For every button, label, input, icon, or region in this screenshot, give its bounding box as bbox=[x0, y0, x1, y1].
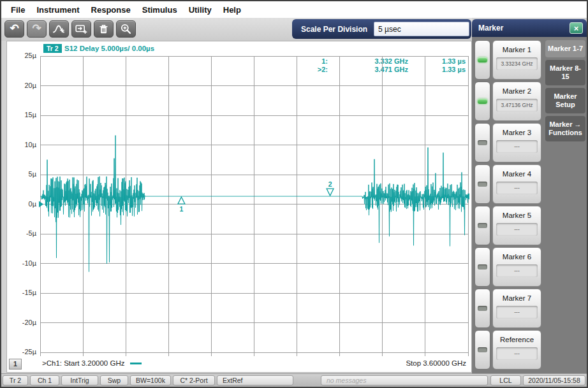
marker-button-label: Marker 7 bbox=[503, 294, 531, 302]
marker-row: Marker 6 --- bbox=[474, 247, 541, 287]
reference-level-arrow-icon bbox=[39, 201, 43, 208]
delete-button[interactable] bbox=[94, 20, 114, 38]
close-icon: × bbox=[574, 24, 579, 33]
marker-tab-functions[interactable]: Marker → Functions bbox=[545, 116, 585, 141]
y-axis-label: -20µ bbox=[7, 319, 36, 326]
y-axis-label: 15µ bbox=[7, 111, 36, 119]
marker-button-label: Reference bbox=[500, 336, 534, 343]
marker-toggle[interactable] bbox=[474, 289, 490, 328]
marker-row: Reference --- bbox=[474, 330, 541, 370]
status-message: no messages bbox=[321, 375, 488, 385]
menu-file[interactable]: File bbox=[5, 5, 31, 15]
marker-tab-8-15[interactable]: Marker 8-15 bbox=[545, 60, 585, 85]
menu-help[interactable]: Help bbox=[217, 5, 247, 15]
toolbar-buttons: ↶ ↷ bbox=[4, 20, 136, 38]
add-marker-icon bbox=[53, 24, 65, 34]
marker-panel: Marker × Marker 1 3.33234 GHz Marker 2 bbox=[472, 18, 587, 373]
menu-instrument[interactable]: Instrument bbox=[31, 5, 85, 15]
y-axis-label: 10µ bbox=[7, 141, 36, 148]
status-channel: Ch 1 bbox=[30, 375, 59, 385]
marker-4-button[interactable]: Marker 4 --- bbox=[492, 164, 541, 204]
led-indicator-icon bbox=[478, 99, 487, 104]
marker-button-label: Marker 4 bbox=[503, 170, 531, 178]
status-bandwidth: BW=100k bbox=[130, 375, 171, 385]
x-axis-ticks bbox=[40, 352, 468, 356]
marker-rows: Marker 1 3.33234 GHz Marker 2 3.47136 GH… bbox=[474, 40, 541, 371]
redo-icon: ↷ bbox=[32, 23, 41, 34]
trace-marker-2[interactable] bbox=[327, 189, 334, 196]
menu-stimulus[interactable]: Stimulus bbox=[136, 5, 183, 15]
undo-icon: ↶ bbox=[10, 23, 18, 34]
marker-button-value: --- bbox=[496, 306, 538, 319]
reference-marker-button[interactable]: Reference --- bbox=[492, 330, 541, 370]
menu-utility[interactable]: Utility bbox=[183, 5, 217, 15]
marker-3-button[interactable]: Marker 3 --- bbox=[492, 123, 541, 162]
marker-2-button[interactable]: Marker 2 3.47136 GHz bbox=[492, 82, 541, 121]
y-axis-label: -25µ bbox=[7, 348, 36, 356]
status-bar: Tr 2 Ch 1 IntTrig Swp BW=100k C* 2-Port … bbox=[1, 373, 587, 387]
marker-toggle[interactable] bbox=[474, 164, 490, 204]
screen-capture-button[interactable] bbox=[71, 20, 91, 38]
plot-canvas[interactable]: 12 bbox=[7, 41, 471, 372]
marker-1-button[interactable]: Marker 1 3.33234 GHz bbox=[492, 40, 541, 80]
redo-button[interactable]: ↷ bbox=[27, 20, 47, 38]
marker-toggle[interactable] bbox=[474, 247, 490, 287]
marker-row: Marker 2 3.47136 GHz bbox=[474, 82, 541, 121]
marker-7-button[interactable]: Marker 7 --- bbox=[492, 289, 541, 328]
trace-marker-1[interactable] bbox=[178, 197, 185, 204]
led-indicator-icon bbox=[478, 57, 487, 62]
marker-5-button[interactable]: Marker 5 --- bbox=[492, 206, 541, 245]
screen-capture-icon bbox=[75, 24, 87, 34]
marker-row: Marker 5 --- bbox=[474, 206, 541, 245]
zoom-in-icon bbox=[121, 24, 131, 34]
marker-button-label: Marker 2 bbox=[503, 87, 531, 95]
status-datetime: 2020/11/05-15:58 bbox=[523, 375, 585, 385]
led-indicator-icon bbox=[478, 182, 487, 187]
zoom-in-button[interactable] bbox=[116, 20, 136, 38]
led-indicator-icon bbox=[478, 347, 487, 352]
marker-button-value: 3.33234 GHz bbox=[496, 57, 538, 70]
marker-button-value: --- bbox=[496, 347, 538, 360]
y-axis-label: 25µ bbox=[7, 52, 36, 59]
status-trigger: IntTrig bbox=[61, 375, 98, 385]
close-button[interactable]: × bbox=[570, 22, 583, 34]
marker-row: Marker 3 --- bbox=[474, 123, 541, 162]
y-axis-label: 20µ bbox=[7, 82, 36, 89]
led-indicator-icon bbox=[478, 140, 487, 145]
status-cal: C* 2-Port bbox=[173, 375, 215, 385]
scale-per-division-bar: Scale Per Division bbox=[292, 19, 471, 39]
led-indicator-icon bbox=[478, 264, 487, 269]
marker-button-value: --- bbox=[496, 264, 538, 277]
marker-button-label: Marker 3 bbox=[503, 129, 531, 136]
marker-tab-1-7[interactable]: Marker 1-7 bbox=[545, 40, 585, 57]
undo-button[interactable]: ↶ bbox=[4, 20, 24, 38]
y-axis-label: 5µ bbox=[7, 170, 36, 178]
marker-button-value: 3.47136 GHz bbox=[496, 99, 538, 111]
marker-button-label: Marker 5 bbox=[503, 212, 531, 219]
marker-toggle[interactable] bbox=[474, 330, 490, 370]
marker-row: Marker 1 3.33234 GHz bbox=[474, 40, 541, 80]
marker-panel-title: Marker bbox=[478, 24, 503, 32]
add-marker-button[interactable] bbox=[49, 20, 69, 38]
scale-per-division-input[interactable] bbox=[374, 22, 469, 36]
marker-toggle[interactable] bbox=[474, 123, 490, 162]
plot-panel[interactable]: Tr 2 S12 Delay 5.000µs/ 0.00µs 1: 3.332 … bbox=[6, 41, 472, 373]
delete-icon bbox=[99, 24, 108, 34]
menu-response[interactable]: Response bbox=[85, 5, 136, 15]
marker-toggle[interactable] bbox=[474, 40, 490, 80]
y-axis-label: -5µ bbox=[7, 229, 36, 237]
marker-tabs: Marker 1-7 Marker 8-15 Marker Setup Mark… bbox=[545, 40, 585, 141]
marker-button-value: --- bbox=[496, 223, 538, 236]
marker-button-label: Marker 6 bbox=[503, 253, 531, 261]
marker-button-value: --- bbox=[496, 182, 538, 194]
status-mode: LCL bbox=[490, 375, 521, 385]
marker-tab-setup[interactable]: Marker Setup bbox=[545, 88, 585, 113]
marker-toggle[interactable] bbox=[474, 82, 490, 121]
marker-6-button[interactable]: Marker 6 --- bbox=[492, 247, 541, 287]
status-extref: ExtRef bbox=[217, 375, 293, 385]
trace-marker-label: 1 bbox=[180, 205, 184, 213]
marker-panel-header: Marker × bbox=[472, 19, 587, 37]
marker-button-label: Marker 1 bbox=[503, 46, 531, 54]
marker-toggle[interactable] bbox=[474, 206, 490, 245]
marker-button-value: --- bbox=[496, 140, 538, 153]
